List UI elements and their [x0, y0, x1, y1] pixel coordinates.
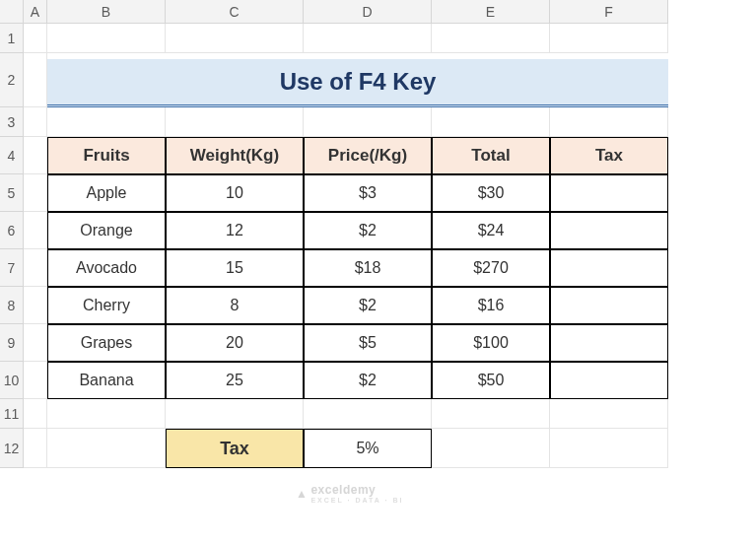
col-header-A[interactable]: A	[24, 0, 47, 24]
row-header-11[interactable]: 11	[0, 399, 24, 429]
col-header-D[interactable]: D	[304, 0, 432, 24]
cell-A1[interactable]	[24, 24, 47, 53]
cell-F12[interactable]	[550, 429, 668, 468]
cell-F1[interactable]	[550, 24, 668, 53]
cell-F11[interactable]	[550, 399, 668, 429]
cell-B11[interactable]	[47, 399, 166, 429]
cell-fruit-1[interactable]: Orange	[47, 212, 166, 249]
cell-total-4[interactable]: $100	[432, 324, 550, 362]
row-header-3[interactable]: 3	[0, 107, 24, 137]
cell-E11[interactable]	[432, 399, 550, 429]
tax-value[interactable]: 5%	[304, 429, 432, 468]
cell-C1[interactable]	[166, 24, 304, 53]
cell-weight-0[interactable]: 10	[166, 174, 304, 212]
cell-weight-4[interactable]: 20	[166, 324, 304, 362]
cell-A2[interactable]	[24, 53, 47, 107]
cell-B1[interactable]	[47, 24, 166, 53]
cell-A10[interactable]	[24, 362, 47, 399]
cell-E1[interactable]	[432, 24, 550, 53]
cell-fruit-3[interactable]: Cherry	[47, 287, 166, 324]
row-header-4[interactable]: 4	[0, 137, 24, 174]
th-tax[interactable]: Tax	[550, 137, 668, 174]
watermark-text: exceldemy	[310, 483, 376, 497]
cell-B3[interactable]	[47, 107, 166, 137]
row-header-1[interactable]: 1	[0, 24, 24, 53]
col-header-F[interactable]: F	[550, 0, 668, 24]
cell-A4[interactable]	[24, 137, 47, 174]
page-title[interactable]: Use of F4 Key	[47, 59, 668, 107]
row-header-7[interactable]: 7	[0, 249, 24, 287]
cell-A7[interactable]	[24, 249, 47, 287]
watermark: ▲ exceldemy EXCEL · DATA · BI	[296, 483, 403, 504]
cell-D3[interactable]	[304, 107, 432, 137]
cell-C11[interactable]	[166, 399, 304, 429]
row-header-9[interactable]: 9	[0, 324, 24, 362]
cell-D11[interactable]	[304, 399, 432, 429]
cell-F3[interactable]	[550, 107, 668, 137]
select-all-corner[interactable]	[0, 0, 24, 24]
cell-E3[interactable]	[432, 107, 550, 137]
cell-B12[interactable]	[47, 429, 166, 468]
cell-price-2[interactable]: $18	[304, 249, 432, 287]
row-header-6[interactable]: 6	[0, 212, 24, 249]
th-fruits[interactable]: Fruits	[47, 137, 166, 174]
col-header-C[interactable]: C	[166, 0, 304, 24]
row-header-2[interactable]: 2	[0, 53, 24, 107]
cell-C3[interactable]	[166, 107, 304, 137]
row-header-5[interactable]: 5	[0, 174, 24, 212]
th-weight[interactable]: Weight(Kg)	[166, 137, 304, 174]
cell-A8[interactable]	[24, 287, 47, 324]
cell-fruit-5[interactable]: Banana	[47, 362, 166, 399]
cell-price-3[interactable]: $2	[304, 287, 432, 324]
col-header-E[interactable]: E	[432, 0, 550, 24]
cell-A6[interactable]	[24, 212, 47, 249]
cell-tax-3[interactable]	[550, 287, 668, 324]
cell-fruit-4[interactable]: Grapes	[47, 324, 166, 362]
cell-price-5[interactable]: $2	[304, 362, 432, 399]
cell-price-1[interactable]: $2	[304, 212, 432, 249]
cell-weight-1[interactable]: 12	[166, 212, 304, 249]
cell-total-5[interactable]: $50	[432, 362, 550, 399]
cell-weight-2[interactable]: 15	[166, 249, 304, 287]
th-price[interactable]: Price(/Kg)	[304, 137, 432, 174]
row-header-10[interactable]: 10	[0, 362, 24, 399]
cell-tax-2[interactable]	[550, 249, 668, 287]
cell-total-0[interactable]: $30	[432, 174, 550, 212]
cell-tax-0[interactable]	[550, 174, 668, 212]
cell-A9[interactable]	[24, 324, 47, 362]
watermark-icon: ▲	[296, 487, 308, 501]
cell-D1[interactable]	[304, 24, 432, 53]
th-total[interactable]: Total	[432, 137, 550, 174]
cell-total-1[interactable]: $24	[432, 212, 550, 249]
cell-E12[interactable]	[432, 429, 550, 468]
cell-A3[interactable]	[24, 107, 47, 137]
cell-total-2[interactable]: $270	[432, 249, 550, 287]
cell-tax-4[interactable]	[550, 324, 668, 362]
cell-fruit-0[interactable]: Apple	[47, 174, 166, 212]
cell-weight-3[interactable]: 8	[166, 287, 304, 324]
cell-price-4[interactable]: $5	[304, 324, 432, 362]
spreadsheet-grid[interactable]: A B C D E F 1 2 3 4 5 6 7 8 9 10 11 12 U…	[0, 0, 756, 468]
cell-A12[interactable]	[24, 429, 47, 468]
cell-fruit-2[interactable]: Avocado	[47, 249, 166, 287]
row-header-12[interactable]: 12	[0, 429, 24, 468]
watermark-sub: EXCEL · DATA · BI	[310, 497, 403, 504]
cell-tax-5[interactable]	[550, 362, 668, 399]
tax-label[interactable]: Tax	[166, 429, 304, 468]
cell-weight-5[interactable]: 25	[166, 362, 304, 399]
col-header-B[interactable]: B	[47, 0, 166, 24]
cell-total-3[interactable]: $16	[432, 287, 550, 324]
cell-tax-1[interactable]	[550, 212, 668, 249]
cell-A11[interactable]	[24, 399, 47, 429]
cell-A5[interactable]	[24, 174, 47, 212]
row-header-8[interactable]: 8	[0, 287, 24, 324]
cell-price-0[interactable]: $3	[304, 174, 432, 212]
